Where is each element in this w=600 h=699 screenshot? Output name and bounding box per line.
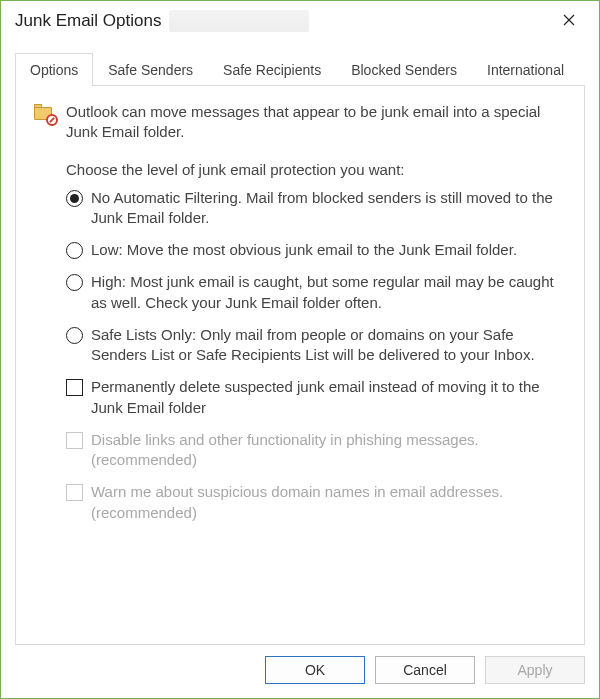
intro-text: Outlook can move messages that appear to… [66, 102, 566, 143]
tab-label: Options [30, 62, 78, 78]
redacted-region [169, 10, 309, 32]
tab-label: Safe Recipients [223, 62, 321, 78]
checkbox-icon [66, 432, 83, 449]
tab-panel-options: Outlook can move messages that appear to… [15, 85, 585, 645]
radio-label: Safe Lists Only: Only mail from people o… [91, 325, 566, 366]
content-area: Options Safe Senders Safe Recipients Blo… [1, 41, 599, 646]
window-title: Junk Email Options [15, 11, 161, 31]
tab-strip: Options Safe Senders Safe Recipients Blo… [15, 53, 585, 86]
radio-low[interactable]: Low: Move the most obvious junk email to… [66, 240, 566, 260]
dialog-button-row: OK Cancel Apply [1, 646, 599, 698]
cancel-button[interactable]: Cancel [375, 656, 475, 684]
button-label: Apply [517, 662, 552, 678]
radio-icon [66, 327, 83, 344]
check-permanently-delete[interactable]: Permanently delete suspected junk email … [66, 377, 566, 418]
title-bar: Junk Email Options [1, 1, 599, 41]
tab-safe-recipients[interactable]: Safe Recipients [208, 53, 336, 86]
checkbox-label: Warn me about suspicious domain names in… [91, 482, 566, 523]
tab-safe-senders[interactable]: Safe Senders [93, 53, 208, 86]
radio-icon [66, 274, 83, 291]
close-button[interactable] [547, 6, 591, 36]
checkbox-label: Permanently delete suspected junk email … [91, 377, 566, 418]
radio-label: High: Most junk email is caught, but som… [91, 272, 566, 313]
checkbox-icon [66, 379, 83, 396]
tab-options[interactable]: Options [15, 53, 93, 86]
radio-no-filtering[interactable]: No Automatic Filtering. Mail from blocke… [66, 188, 566, 229]
radio-label: Low: Move the most obvious junk email to… [91, 240, 517, 260]
protection-level-group: No Automatic Filtering. Mail from blocke… [66, 188, 566, 523]
tab-international[interactable]: International [472, 53, 579, 86]
tab-label: Blocked Senders [351, 62, 457, 78]
button-label: Cancel [403, 662, 447, 678]
close-icon [563, 11, 575, 31]
tab-blocked-senders[interactable]: Blocked Senders [336, 53, 472, 86]
radio-label: No Automatic Filtering. Mail from blocke… [91, 188, 566, 229]
checkbox-label: Disable links and other functionality in… [91, 430, 566, 471]
radio-safe-lists-only[interactable]: Safe Lists Only: Only mail from people o… [66, 325, 566, 366]
check-warn-suspicious-domains: Warn me about suspicious domain names in… [66, 482, 566, 523]
button-label: OK [305, 662, 325, 678]
check-disable-phishing-links: Disable links and other functionality in… [66, 430, 566, 471]
apply-button: Apply [485, 656, 585, 684]
junk-folder-icon [34, 104, 56, 124]
radio-high[interactable]: High: Most junk email is caught, but som… [66, 272, 566, 313]
choose-level-text: Choose the level of junk email protectio… [66, 161, 566, 178]
radio-icon [66, 242, 83, 259]
ok-button[interactable]: OK [265, 656, 365, 684]
tab-label: International [487, 62, 564, 78]
radio-icon [66, 190, 83, 207]
checkbox-icon [66, 484, 83, 501]
tab-label: Safe Senders [108, 62, 193, 78]
